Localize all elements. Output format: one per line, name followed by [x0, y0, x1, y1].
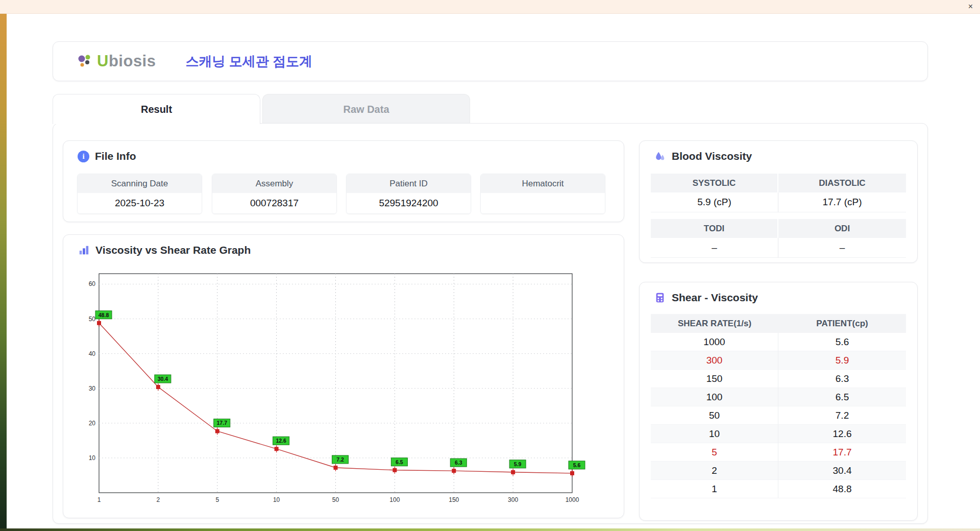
svg-text:12.6: 12.6: [276, 438, 286, 444]
bv-value-cell: 5.9 (cP): [651, 192, 778, 212]
bv-value-cell: –: [651, 238, 778, 258]
blood-viscosity-title: Blood Viscosity: [672, 150, 752, 162]
shear-viscosity-header: Shear - Viscosity: [654, 292, 758, 304]
svg-text:10: 10: [273, 496, 280, 503]
file-info-card: i File Info Scanning Date 2025-10-23 Ass…: [63, 140, 624, 222]
table-row: 10005.6: [651, 333, 906, 351]
shear-rate-cell: 5: [651, 443, 778, 462]
svg-text:1000: 1000: [566, 496, 579, 503]
field-label: Scanning Date: [78, 174, 202, 193]
tab-raw-data[interactable]: Raw Data: [262, 94, 470, 124]
sv-header-row: SHEAR RATE(1/s) PATIENT(cp): [651, 314, 906, 333]
svg-text:150: 150: [449, 496, 459, 503]
bv-header-cell: SYSTOLIC: [651, 174, 778, 192]
shear-viscosity-title: Shear - Viscosity: [672, 292, 758, 304]
shear-rate-cell: 1: [651, 480, 778, 498]
shear-viscosity-table: SHEAR RATE(1/s) PATIENT(cp) 10005.63005.…: [651, 314, 906, 498]
viscosity-graph-card: Viscosity vs Shear Rate Graph 1020304050…: [63, 234, 624, 518]
svg-text:5.6: 5.6: [573, 462, 581, 468]
svg-text:30: 30: [89, 385, 96, 392]
svg-text:50: 50: [332, 496, 339, 503]
info-icon: i: [78, 151, 89, 162]
svg-text:10: 10: [89, 454, 96, 462]
field-patient-id: Patient ID 52951924200: [346, 174, 471, 214]
bv-header-cell: DIASTOLIC: [778, 174, 906, 192]
shear-rate-cell: 300: [651, 351, 778, 370]
table-row: 517.7: [651, 443, 906, 462]
patient-viscosity-cell: 17.7: [778, 443, 906, 462]
svg-text:5.9: 5.9: [514, 461, 522, 467]
patient-viscosity-cell: 5.9: [778, 351, 906, 370]
sv-header-cell: PATIENT(cp): [778, 314, 906, 333]
left-edge-decoration: [0, 14, 7, 529]
shear-rate-cell: 50: [651, 406, 778, 425]
svg-text:6.5: 6.5: [396, 459, 403, 465]
svg-text:30.4: 30.4: [158, 376, 168, 382]
patient-viscosity-cell: 7.2: [778, 406, 906, 425]
content-panel: i File Info Scanning Date 2025-10-23 Ass…: [53, 123, 928, 524]
bar-chart-icon: [78, 244, 90, 256]
patient-viscosity-cell: 48.8: [778, 480, 906, 498]
bv-value-row: – –: [651, 238, 906, 258]
patient-viscosity-cell: 6.3: [778, 370, 906, 388]
app-header: Ubiosis 스캐닝 모세관 점도계: [53, 41, 928, 81]
shear-rate-cell: 1000: [651, 333, 778, 351]
calculator-icon: [654, 292, 666, 304]
svg-text:7.2: 7.2: [336, 456, 344, 463]
patient-viscosity-cell: 5.6: [778, 333, 906, 351]
field-assembly: Assembly 000728317: [212, 174, 337, 214]
svg-text:17.7: 17.7: [217, 420, 228, 426]
svg-text:300: 300: [508, 496, 518, 503]
logo-text: Ubiosis: [97, 52, 156, 70]
screen: × Ubiosis 스캐닝 모세관 점도계 Result Raw Data i …: [0, 0, 980, 531]
graph-title: Viscosity vs Shear Rate Graph: [95, 244, 251, 256]
shear-rate-cell: 10: [651, 425, 778, 443]
patient-viscosity-cell: 30.4: [778, 462, 906, 480]
tab-raw-data-label: Raw Data: [343, 104, 389, 115]
shear-rate-cell: 2: [651, 462, 778, 480]
sv-rows: 10005.63005.91506.31006.5507.21012.6517.…: [651, 333, 906, 498]
shear-rate-cell: 100: [651, 388, 778, 406]
field-label: Assembly: [212, 174, 336, 193]
bv-header-cell: TODI: [651, 219, 778, 238]
file-info-title: File Info: [95, 150, 136, 162]
svg-text:100: 100: [389, 496, 400, 503]
svg-text:40: 40: [89, 350, 96, 357]
sv-header-cell: SHEAR RATE(1/s): [651, 314, 778, 333]
svg-text:60: 60: [89, 280, 96, 287]
table-row: 1006.5: [651, 388, 906, 406]
patient-viscosity-cell: 12.6: [778, 425, 906, 443]
page-title: 스캐닝 모세관 점도계: [185, 53, 312, 70]
ubiosis-logo: Ubiosis: [77, 52, 156, 70]
table-row: 3005.9: [651, 351, 906, 370]
bv-value-cell: –: [778, 238, 906, 258]
table-row: 148.8: [651, 480, 906, 498]
table-row: 1012.6: [651, 425, 906, 443]
field-value: 52951924200: [347, 193, 471, 213]
viscosity-chart: 1020304050601251050100150300100048.830.4…: [81, 266, 597, 508]
bv-row-gap: [651, 212, 906, 219]
file-info-header: i File Info: [78, 150, 136, 162]
svg-text:48.8: 48.8: [99, 312, 109, 318]
field-value: [481, 193, 605, 213]
field-value: 2025-10-23: [78, 193, 202, 213]
window-titlebar: ×: [0, 0, 980, 14]
table-row: 230.4: [651, 462, 906, 480]
bv-header-cell: ODI: [778, 219, 906, 238]
bv-header-row: TODI ODI: [651, 219, 906, 238]
svg-text:2: 2: [157, 496, 160, 503]
field-label: Hematocrit: [481, 174, 605, 193]
field-hematocrit: Hematocrit: [480, 174, 605, 214]
bottom-edge-decoration: [0, 528, 980, 531]
bv-value-row: 5.9 (cP) 17.7 (cP): [651, 192, 906, 212]
tab-result[interactable]: Result: [53, 94, 260, 124]
window-close-button[interactable]: ×: [968, 2, 973, 12]
field-label: Patient ID: [347, 174, 471, 193]
graph-header: Viscosity vs Shear Rate Graph: [78, 244, 251, 256]
bv-value-cell: 17.7 (cP): [778, 192, 906, 212]
patient-viscosity-cell: 6.5: [778, 388, 906, 406]
shear-viscosity-card: Shear - Viscosity SHEAR RATE(1/s) PATIEN…: [639, 282, 918, 521]
blood-viscosity-table: SYSTOLIC DIASTOLIC 5.9 (cP) 17.7 (cP) TO…: [651, 174, 906, 258]
svg-text:5: 5: [215, 496, 219, 503]
blood-viscosity-header: Blood Viscosity: [654, 150, 752, 162]
